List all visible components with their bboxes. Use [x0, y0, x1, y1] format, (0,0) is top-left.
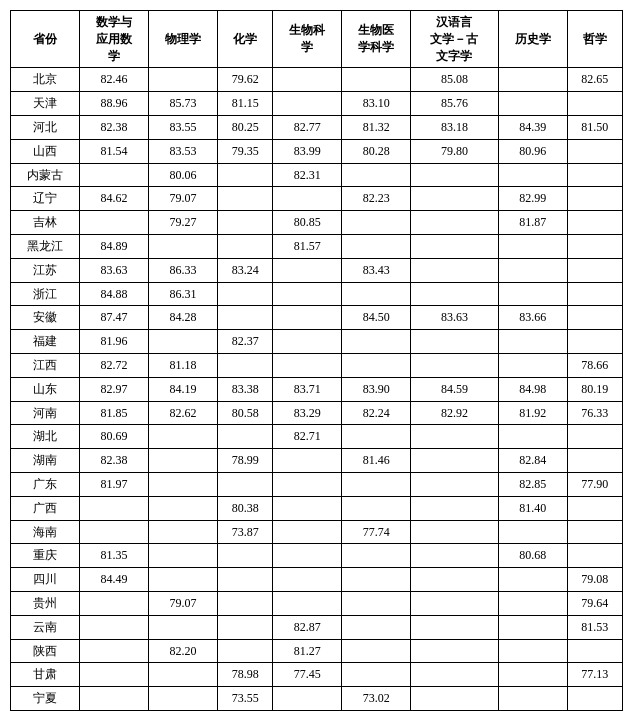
score-cell: 84.59 — [411, 377, 498, 401]
score-cell: 73.02 — [342, 687, 411, 711]
score-cell: 79.27 — [149, 211, 218, 235]
score-cell: 83.55 — [149, 115, 218, 139]
header-province: 省份 — [11, 11, 80, 68]
score-cell: 81.46 — [342, 449, 411, 473]
score-cell — [273, 520, 342, 544]
province-cell: 山东 — [11, 377, 80, 401]
score-cell — [273, 330, 342, 354]
header-biomed: 生物医学科学 — [342, 11, 411, 68]
score-cell — [273, 258, 342, 282]
province-cell: 广东 — [11, 472, 80, 496]
score-cell — [411, 472, 498, 496]
score-cell — [149, 615, 218, 639]
score-cell: 82.65 — [567, 68, 622, 92]
score-cell: 82.72 — [80, 353, 149, 377]
score-cell — [218, 282, 273, 306]
score-cell — [567, 639, 622, 663]
score-cell — [498, 282, 567, 306]
score-cell: 81.15 — [218, 92, 273, 116]
score-cell: 83.53 — [149, 139, 218, 163]
score-cell: 81.57 — [273, 234, 342, 258]
score-cell — [411, 353, 498, 377]
province-cell: 甘肃 — [11, 663, 80, 687]
score-cell: 86.33 — [149, 258, 218, 282]
score-cell: 82.97 — [80, 377, 149, 401]
score-cell — [218, 472, 273, 496]
score-cell — [149, 330, 218, 354]
score-cell — [498, 591, 567, 615]
score-cell — [218, 568, 273, 592]
score-cell — [498, 425, 567, 449]
score-cell: 83.63 — [80, 258, 149, 282]
score-cell — [567, 496, 622, 520]
score-cell: 80.96 — [498, 139, 567, 163]
score-cell — [218, 615, 273, 639]
score-cell: 76.33 — [567, 401, 622, 425]
score-cell: 81.40 — [498, 496, 567, 520]
score-cell: 83.90 — [342, 377, 411, 401]
score-cell — [80, 663, 149, 687]
score-cell — [218, 163, 273, 187]
score-cell: 88.96 — [80, 92, 149, 116]
score-cell — [498, 639, 567, 663]
score-cell — [411, 639, 498, 663]
score-cell: 83.71 — [273, 377, 342, 401]
province-cell: 四川 — [11, 568, 80, 592]
score-cell: 85.08 — [411, 68, 498, 92]
score-cell: 83.43 — [342, 258, 411, 282]
province-cell: 吉林 — [11, 211, 80, 235]
score-cell — [567, 306, 622, 330]
score-cell: 77.45 — [273, 663, 342, 687]
score-cell — [498, 68, 567, 92]
score-cell — [80, 591, 149, 615]
score-cell: 83.63 — [411, 306, 498, 330]
score-cell — [411, 234, 498, 258]
score-cell — [342, 234, 411, 258]
score-cell: 80.28 — [342, 139, 411, 163]
score-cell: 83.38 — [218, 377, 273, 401]
score-cell — [342, 639, 411, 663]
score-cell — [218, 211, 273, 235]
score-cell — [498, 330, 567, 354]
score-cell: 80.69 — [80, 425, 149, 449]
score-cell: 80.58 — [218, 401, 273, 425]
score-cell: 80.25 — [218, 115, 273, 139]
score-cell: 73.87 — [218, 520, 273, 544]
score-cell — [218, 306, 273, 330]
score-cell: 73.55 — [218, 687, 273, 711]
province-cell: 广西 — [11, 496, 80, 520]
province-cell: 河南 — [11, 401, 80, 425]
score-cell: 84.98 — [498, 377, 567, 401]
score-cell: 81.32 — [342, 115, 411, 139]
score-cell — [411, 330, 498, 354]
score-cell — [149, 687, 218, 711]
province-cell: 江苏 — [11, 258, 80, 282]
score-cell — [342, 425, 411, 449]
score-cell — [149, 425, 218, 449]
header-chemistry: 化学 — [218, 11, 273, 68]
score-cell — [411, 425, 498, 449]
score-cell — [218, 591, 273, 615]
score-cell: 80.38 — [218, 496, 273, 520]
score-cell — [498, 163, 567, 187]
score-cell — [411, 615, 498, 639]
score-cell: 81.53 — [567, 615, 622, 639]
score-cell — [411, 211, 498, 235]
score-cell: 83.18 — [411, 115, 498, 139]
score-cell: 81.27 — [273, 639, 342, 663]
score-cell — [342, 496, 411, 520]
score-cell: 82.77 — [273, 115, 342, 139]
score-cell — [149, 234, 218, 258]
score-cell: 82.23 — [342, 187, 411, 211]
score-cell: 84.89 — [80, 234, 149, 258]
score-cell: 81.50 — [567, 115, 622, 139]
province-cell: 安徽 — [11, 306, 80, 330]
score-cell: 81.35 — [80, 544, 149, 568]
score-cell — [342, 615, 411, 639]
score-cell — [498, 520, 567, 544]
province-cell: 辽宁 — [11, 187, 80, 211]
score-cell — [342, 353, 411, 377]
score-cell: 87.47 — [80, 306, 149, 330]
score-cell: 80.85 — [273, 211, 342, 235]
province-cell: 云南 — [11, 615, 80, 639]
